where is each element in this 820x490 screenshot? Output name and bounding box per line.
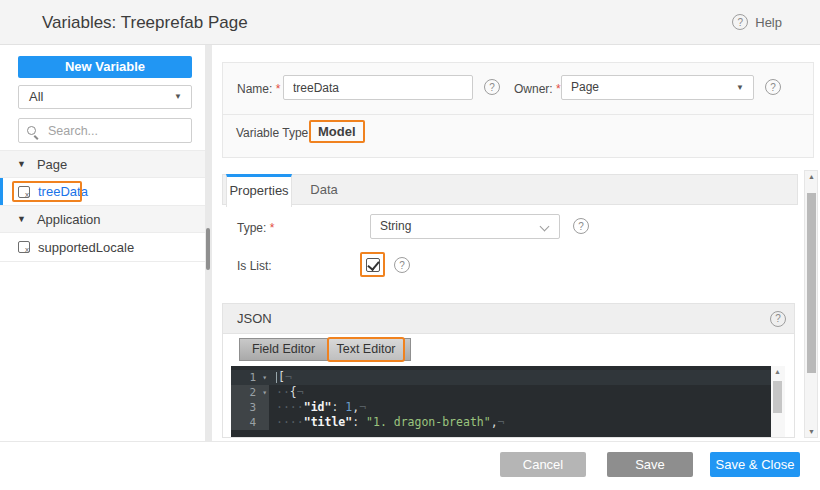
model-variable-icon — [18, 186, 30, 198]
caret-down-icon: ▼ — [736, 76, 744, 99]
line-gutter: 4 — [231, 415, 269, 430]
text-editor-button[interactable]: Text Editor — [328, 339, 404, 360]
json-help-icon[interactable]: ? — [770, 311, 786, 327]
caret-down-icon: ▼ — [17, 160, 26, 169]
line-gutter: 3 — [231, 400, 269, 415]
tree-group-application[interactable]: ▼ Application — [0, 206, 205, 233]
eol-mark: ¬ — [285, 370, 292, 384]
help-label: Help — [755, 15, 782, 30]
fold-icon[interactable]: ▾ — [262, 370, 267, 385]
selected-indicator — [0, 178, 3, 205]
chevron-down-icon — [540, 222, 550, 232]
editor-scrollbar[interactable]: ▲ — [771, 366, 785, 437]
name-input[interactable] — [283, 75, 473, 100]
editor-mode-toggle: Field Editor Text Editor — [239, 338, 411, 361]
eol-mark: ¬ — [297, 385, 304, 399]
line-gutter: 1▾ — [231, 370, 269, 385]
cancel-button[interactable]: Cancel — [500, 452, 586, 477]
caret-down-icon: ▼ — [17, 215, 26, 224]
page-title: Variables: Treeprefab Page — [42, 13, 248, 33]
is-list-help-icon[interactable]: ? — [394, 257, 410, 273]
required-mark: * — [270, 221, 275, 235]
json-title: JSON — [237, 311, 272, 326]
new-variable-button[interactable]: New Variable — [18, 56, 192, 78]
code-line[interactable]: 2▾ ··{¬ — [231, 385, 771, 400]
tree-group-page[interactable]: ▼ Page — [0, 151, 205, 178]
type-select[interactable]: String — [370, 214, 560, 239]
save-and-close-button[interactable]: Save & Close — [710, 452, 800, 477]
model-variable-icon — [18, 241, 30, 253]
editor-scrollbar-thumb[interactable] — [773, 381, 782, 413]
line-gutter: 2▾ — [231, 385, 269, 400]
json-panel-header: JSON ? — [223, 304, 794, 334]
tree-item-treedata[interactable]: treeData — [0, 178, 205, 206]
variable-filter-select[interactable]: All ▼ — [18, 85, 192, 109]
owner-value: Page — [571, 80, 599, 94]
variables-tree: ▼ Page treeData ▼ Application supportedL… — [0, 150, 205, 262]
code-line[interactable]: 4 ····"title": "1. dragon-breath",¬ — [231, 415, 771, 430]
code-line[interactable]: 3 ····"id": 1,¬ — [231, 400, 771, 415]
highlight-box — [360, 252, 385, 277]
name-label: Name: * — [237, 82, 280, 96]
search-icon — [27, 126, 36, 135]
type-label: Type: * — [237, 221, 274, 235]
content-scrollbar[interactable]: ▲ ▼ — [804, 170, 818, 438]
json-code-editor[interactable]: 1▾ [¬ 2▾ ··{¬ 3 ····"id": 1,¬ 4 ····"tit… — [231, 366, 771, 437]
variable-type-value: Model — [309, 120, 365, 143]
text-editor-label: Text Editor — [336, 342, 395, 356]
owner-select[interactable]: Page ▼ — [561, 75, 754, 100]
dialog-header: Variables: Treeprefab Page ? Help — [0, 0, 820, 45]
sidebar-scrollbar-thumb[interactable] — [206, 228, 210, 270]
help-button[interactable]: ? Help — [732, 14, 782, 30]
tree-group-label: Page — [37, 157, 67, 172]
variable-summary-panel: Name: * Variable Type: ? Owner: * Page ▼… — [222, 62, 814, 158]
name-help-icon[interactable]: ? — [484, 79, 500, 95]
variable-type-label: Variable Type: — [236, 126, 312, 140]
required-mark: * — [556, 82, 561, 96]
dialog-footer: Cancel Save Save & Close — [0, 441, 820, 490]
scroll-up-icon[interactable]: ▲ — [808, 173, 815, 180]
is-list-label: Is List: — [237, 259, 272, 273]
tree-item-label: treeData — [38, 184, 88, 199]
tree-group-label: Application — [37, 212, 101, 227]
code-line[interactable]: 1▾ [¬ — [231, 370, 771, 385]
eol-mark: ¬ — [498, 415, 505, 429]
text-cursor — [276, 372, 277, 383]
json-panel: JSON ? Field Editor Text Editor 1▾ [¬ 2▾… — [222, 303, 795, 438]
search-box — [18, 118, 192, 143]
field-editor-button[interactable]: Field Editor — [240, 339, 328, 360]
tab-data[interactable]: Data — [297, 175, 351, 204]
scroll-up-icon[interactable]: ▲ — [774, 368, 781, 375]
scroll-down-icon[interactable]: ▼ — [808, 428, 815, 435]
variables-dialog: Variables: Treeprefab Page ? Help New Va… — [0, 0, 820, 490]
required-mark: * — [276, 82, 281, 96]
is-list-checkbox[interactable] — [366, 258, 380, 272]
tab-strip: Properties Data — [222, 174, 798, 205]
filter-value: All — [29, 89, 43, 104]
eol-mark: ¬ — [359, 400, 366, 414]
owner-help-icon[interactable]: ? — [765, 79, 781, 95]
type-value: String — [380, 219, 411, 233]
tree-item-supportedlocale[interactable]: supportedLocale — [0, 233, 205, 262]
save-button[interactable]: Save — [607, 452, 693, 477]
tree-item-label: supportedLocale — [38, 240, 134, 255]
type-help-icon[interactable]: ? — [573, 218, 589, 234]
fold-icon[interactable]: ▾ — [262, 385, 267, 400]
variables-sidebar: New Variable All ▼ ▼ Page treeData ▼ App… — [0, 45, 205, 441]
owner-label: Owner: * — [514, 82, 561, 96]
help-icon: ? — [732, 14, 748, 30]
panel-divider — [223, 114, 813, 115]
search-input[interactable] — [46, 120, 186, 141]
tab-properties[interactable]: Properties — [226, 174, 292, 207]
content-scrollbar-thumb[interactable] — [807, 193, 816, 373]
caret-down-icon: ▼ — [174, 86, 182, 108]
